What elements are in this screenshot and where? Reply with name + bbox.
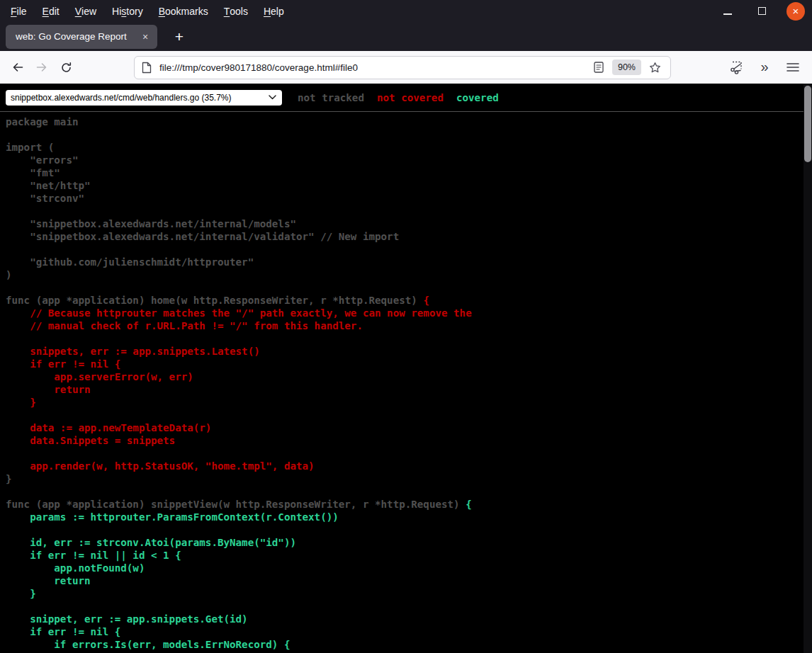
code-line: return (6, 383, 812, 396)
app-menu-button[interactable] (782, 57, 803, 78)
code-line: snippets, err := app.snippets.Latest() (6, 345, 812, 358)
code-line: "snippetbox.alexedwards.net/internal/val… (6, 230, 812, 243)
menu-help[interactable]: Help (256, 0, 292, 22)
maximize-icon (758, 7, 766, 15)
code-line: app.notFound(w) (6, 562, 812, 574)
chevron-double-right-icon: » (760, 59, 768, 74)
coverage-page: snippetbox.alexedwards.net/cmd/web/handl… (0, 84, 812, 653)
legend-not-tracked: not tracked (298, 92, 364, 103)
window-controls: × (718, 2, 812, 21)
code-line: "fmt" (6, 166, 812, 179)
code-line: app.render(w, http.StatusOK, "home.tmpl"… (6, 460, 812, 472)
chevron-down-icon (269, 95, 276, 100)
minimize-icon (723, 13, 732, 15)
menu-tools[interactable]: Tools (216, 0, 256, 22)
star-icon (649, 62, 661, 74)
code-line (6, 600, 812, 613)
overflow-menu-button[interactable]: » (754, 57, 775, 78)
reader-mode-button[interactable] (589, 57, 609, 77)
menubar: FileEditViewHistoryBookmarksToolsHelp (0, 0, 292, 22)
coverage-topbar: snippetbox.alexedwards.net/cmd/web/handl… (0, 84, 803, 112)
back-button[interactable] (6, 55, 30, 79)
code-line: params := httprouter.ParamsFromContext(r… (6, 511, 812, 523)
screenshot-extension-button[interactable] (726, 57, 747, 78)
code-line (6, 205, 812, 217)
code-line (6, 447, 812, 460)
bookmark-star-button[interactable] (645, 57, 665, 77)
code-line (6, 523, 812, 536)
code-line: "strconv" (6, 192, 812, 205)
code-line: data := app.newTemplateData(r) (6, 421, 812, 434)
code-line: "errors" (6, 154, 812, 166)
code-line (6, 281, 812, 294)
toolbar-right-group: » (726, 57, 803, 78)
code-line: // Because httprouter matches the "/" pa… (6, 307, 812, 319)
code-line: func (app *application) home(w http.Resp… (6, 294, 812, 307)
coverage-legend: not trackednot coveredcovered (291, 92, 505, 103)
page-scrollbar[interactable] (803, 84, 812, 653)
code-line: if err != nil { (6, 625, 812, 638)
code-line: "snippetbox.alexedwards.net/internal/mod… (6, 217, 812, 230)
forward-button[interactable] (30, 55, 54, 79)
minimize-button[interactable] (718, 2, 737, 21)
close-icon: × (793, 6, 799, 16)
tab-close-button[interactable]: × (137, 29, 153, 45)
code-line: "github.com/julienschmidt/httprouter" (6, 256, 812, 268)
browser-window: FileEditViewHistoryBookmarksToolsHelp × … (0, 0, 812, 653)
code-line: } (6, 396, 812, 409)
code-line (6, 485, 812, 498)
code-line: } (6, 587, 812, 600)
maximize-button[interactable] (752, 2, 771, 21)
tab-go-coverage-report[interactable]: web: Go Coverage Report × (6, 25, 157, 49)
code-line (6, 409, 812, 421)
menu-file[interactable]: File (3, 0, 35, 22)
code-line: package main (6, 115, 812, 128)
code-line: if errors.Is(err, models.ErrNoRecord) { (6, 638, 812, 651)
code-block: package main import ( "errors" "fmt" "ne… (0, 112, 812, 653)
menu-bookmarks[interactable]: Bookmarks (151, 0, 216, 22)
code-line (6, 243, 812, 256)
close-window-button[interactable]: × (786, 2, 805, 21)
back-icon (11, 62, 24, 73)
code-line: return (6, 574, 812, 587)
code-line: "net/http" (6, 179, 812, 192)
code-line: snippet, err := app.snippets.Get(id) (6, 613, 812, 625)
scrollbar-thumb[interactable] (804, 86, 811, 162)
url-bar[interactable]: file:///tmp/cover980171880/coverage.html… (134, 56, 671, 79)
tab-bar: web: Go Coverage Report × + (0, 22, 812, 51)
code-line: if err != nil || id < 1 { (6, 549, 812, 562)
code-line: // manual check of r.URL.Path != "/" fro… (6, 319, 812, 332)
menu-view[interactable]: View (67, 0, 104, 22)
code-line: app.serverError(w, err) (6, 370, 812, 383)
code-line: id, err := strconv.Atoi(params.ByName("i… (6, 536, 812, 549)
legend-covered: covered (456, 92, 499, 103)
new-tab-button[interactable]: + (169, 26, 190, 47)
reader-mode-icon (594, 62, 604, 73)
titlebar: FileEditViewHistoryBookmarksToolsHelp × (0, 0, 812, 22)
tab-title: web: Go Coverage Report (16, 31, 137, 42)
page-icon (142, 62, 152, 74)
forward-icon (35, 62, 48, 73)
zoom-level-badge[interactable]: 90% (612, 59, 641, 75)
scissors-icon (728, 59, 744, 75)
code-line: ) (6, 268, 812, 281)
menu-history[interactable]: History (104, 0, 151, 22)
code-line: func (app *application) snippetView(w ht… (6, 498, 812, 511)
reload-button[interactable] (54, 55, 78, 79)
code-line: } (6, 472, 812, 485)
code-line (6, 332, 812, 345)
reload-icon (60, 62, 72, 74)
url-text: file:///tmp/cover980171880/coverage.html… (159, 62, 589, 73)
hamburger-icon (786, 62, 799, 72)
code-line: if err != nil { (6, 358, 812, 370)
code-line (6, 128, 812, 141)
file-select[interactable]: snippetbox.alexedwards.net/cmd/web/handl… (6, 90, 282, 106)
navigation-toolbar: file:///tmp/cover980171880/coverage.html… (0, 51, 812, 84)
code-line: data.Snippets = snippets (6, 434, 812, 447)
legend-not-covered: not covered (377, 92, 444, 103)
menu-edit[interactable]: Edit (35, 0, 67, 22)
file-select-value: snippetbox.alexedwards.net/cmd/web/handl… (11, 93, 269, 103)
code-line: import ( (6, 141, 812, 154)
